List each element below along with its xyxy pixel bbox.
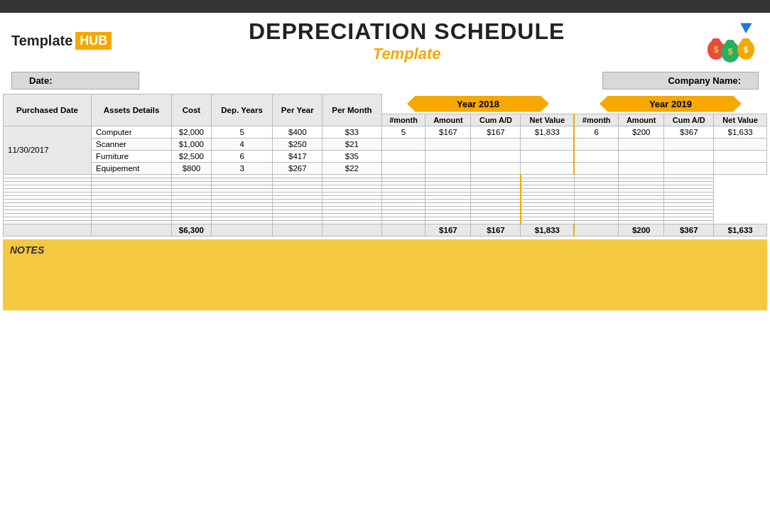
table-total-cell: $1,633 bbox=[714, 224, 767, 236]
table-cell bbox=[425, 138, 471, 150]
table-total-cell: $6,300 bbox=[172, 224, 212, 236]
table-cell: $267 bbox=[273, 162, 322, 174]
table-total-row: $6,300$167$167$1,833$200$367$1,633 bbox=[4, 224, 767, 236]
col-purchased-date: Purchased Date bbox=[4, 94, 92, 126]
table-cell: $1,633 bbox=[714, 126, 767, 138]
table-cell: $400 bbox=[273, 126, 322, 138]
title-area: DEPRECIATION SCHEDULE Template bbox=[112, 18, 702, 63]
col-cost: Cost bbox=[172, 94, 212, 126]
table-cell bbox=[664, 150, 714, 162]
table-cell bbox=[381, 150, 425, 162]
date-label: Date: bbox=[29, 75, 53, 86]
table-row: Scanner$1,0004$250$21 bbox=[4, 138, 767, 150]
y2019-month-header: #month bbox=[574, 114, 618, 126]
table-cell: $33 bbox=[322, 126, 381, 138]
table-cell bbox=[664, 138, 714, 150]
table-cell bbox=[381, 138, 425, 150]
y2018-cumad-header: Cum A/D bbox=[471, 114, 521, 126]
table-row: Equipement$8003$267$22 bbox=[4, 162, 767, 174]
table-cell: $1,833 bbox=[521, 126, 574, 138]
main-title: DEPRECIATION SCHEDULE bbox=[112, 18, 702, 45]
table-cell bbox=[381, 162, 425, 174]
table-cell bbox=[574, 162, 618, 174]
table-cell bbox=[714, 150, 767, 162]
table-cell: Computer bbox=[92, 126, 172, 138]
table-cell bbox=[521, 162, 574, 174]
logo: Template HUB bbox=[11, 32, 112, 50]
table-cell bbox=[471, 138, 521, 150]
table-cell bbox=[619, 162, 664, 174]
table-cell bbox=[425, 162, 471, 174]
y2018-amount-header: Amount bbox=[425, 114, 471, 126]
y2018-netval-header: Net Value bbox=[521, 114, 574, 126]
svg-text:$: $ bbox=[714, 45, 719, 55]
table-row: Furniture$2,5006$417$35 bbox=[4, 150, 767, 162]
table-cell: $800 bbox=[172, 162, 212, 174]
company-box: Company Name: bbox=[602, 72, 759, 89]
table-total-cell bbox=[381, 224, 425, 236]
table-total-cell bbox=[574, 224, 618, 236]
money-icon: $ $ $ bbox=[702, 20, 759, 63]
table-cell bbox=[425, 150, 471, 162]
table-cell: $2,500 bbox=[172, 150, 212, 162]
table-cell: 5 bbox=[381, 126, 425, 138]
sub-title: Template bbox=[112, 45, 702, 63]
table-cell bbox=[619, 138, 664, 150]
table-cell: 3 bbox=[211, 162, 273, 174]
table-cell: 6 bbox=[574, 126, 618, 138]
table-cell bbox=[664, 162, 714, 174]
table-cell: 6 bbox=[211, 150, 273, 162]
year-2018-banner: Year 2018 bbox=[407, 96, 549, 112]
table-cell bbox=[714, 162, 767, 174]
table-cell: $200 bbox=[619, 126, 664, 138]
col-per-year: Per Year bbox=[273, 94, 322, 126]
svg-rect-5 bbox=[726, 40, 734, 45]
table-cell: Furniture bbox=[92, 150, 172, 162]
year-2019-banner-cell: Year 2019 bbox=[574, 94, 766, 114]
logo-hub: HUB bbox=[75, 32, 112, 50]
col-per-month: Per Month bbox=[322, 94, 381, 126]
table-header-row1: Purchased Date Assets Details Cost Dep. … bbox=[4, 94, 767, 114]
table-total-cell: $1,833 bbox=[521, 224, 574, 236]
table-cell bbox=[521, 150, 574, 162]
svg-text:$: $ bbox=[744, 45, 749, 55]
table-cell: $2,000 bbox=[172, 126, 212, 138]
table-cell: 5 bbox=[211, 126, 273, 138]
table-row: 11/30/2017Computer$2,0005$400$335$167$16… bbox=[4, 126, 767, 138]
table-cell: $22 bbox=[322, 162, 381, 174]
table-total-cell: $167 bbox=[471, 224, 521, 236]
top-bar bbox=[0, 0, 770, 13]
info-row: Date: Company Name: bbox=[0, 69, 770, 92]
page-header: Template HUB DEPRECIATION SCHEDULE Templ… bbox=[0, 13, 770, 69]
table-cell bbox=[574, 150, 618, 162]
logo-text: Template bbox=[11, 33, 72, 49]
table-cell: $367 bbox=[664, 126, 714, 138]
col-dep-years: Dep. Years bbox=[211, 94, 273, 126]
notes-section: NOTES bbox=[3, 239, 767, 310]
table-total-cell bbox=[4, 224, 92, 236]
table-cell bbox=[619, 150, 664, 162]
date-box: Date: bbox=[11, 72, 139, 89]
svg-rect-8 bbox=[742, 38, 750, 44]
col-assets-details: Assets Details bbox=[92, 94, 172, 126]
table-total-cell bbox=[92, 224, 172, 236]
notes-label: NOTES bbox=[10, 244, 44, 256]
table-cell bbox=[521, 138, 574, 150]
table-cell: $167 bbox=[471, 126, 521, 138]
svg-rect-2 bbox=[712, 38, 720, 44]
y2018-month-header: #month bbox=[381, 114, 425, 126]
table-cell: $167 bbox=[425, 126, 471, 138]
decorative-icon: $ $ $ bbox=[702, 20, 759, 63]
year-2019-banner: Year 2019 bbox=[600, 96, 742, 112]
table-total-cell bbox=[273, 224, 322, 236]
table-cell: 4 bbox=[211, 138, 273, 150]
table-total-cell: $200 bbox=[619, 224, 664, 236]
depreciation-table: Purchased Date Assets Details Cost Dep. … bbox=[3, 94, 767, 237]
table-cell bbox=[714, 138, 767, 150]
table-total-cell bbox=[211, 224, 273, 236]
table-total-cell bbox=[322, 224, 381, 236]
table-cell: 11/30/2017 bbox=[4, 126, 92, 174]
table-cell bbox=[471, 162, 521, 174]
table-total-cell: $367 bbox=[664, 224, 714, 236]
year-2018-banner-cell: Year 2018 bbox=[381, 94, 574, 114]
